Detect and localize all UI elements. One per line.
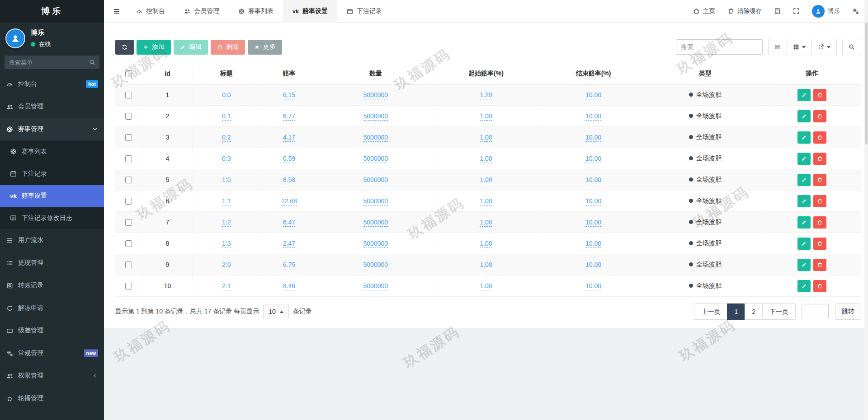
more-button[interactable]: 更多: [248, 40, 282, 55]
cell-start-rate-link[interactable]: 1.00: [480, 261, 492, 269]
row-delete-button[interactable]: [813, 131, 826, 144]
search-button[interactable]: [842, 39, 861, 55]
cell-end-rate-link[interactable]: 10.00: [585, 261, 601, 269]
sidebar-item[interactable]: 用户流水: [0, 229, 104, 252]
cell-end-rate-link[interactable]: 10.00: [585, 176, 601, 184]
cell-quantity-link[interactable]: 5000000: [363, 240, 388, 248]
cell-quantity-link[interactable]: 5000000: [363, 219, 388, 227]
cell-odds-link[interactable]: 6.77: [283, 112, 295, 121]
columns-button[interactable]: [787, 39, 812, 55]
sidebar-item[interactable]: 轮播管理: [0, 387, 104, 410]
cell-odds-link[interactable]: 12.68: [281, 197, 297, 205]
cell-title-link[interactable]: 2:1: [222, 282, 231, 290]
row-checkbox[interactable]: [125, 155, 132, 162]
row-checkbox[interactable]: [125, 134, 132, 141]
jump-button[interactable]: 跳转: [835, 303, 861, 320]
row-edit-button[interactable]: [797, 216, 811, 229]
cell-end-rate-link[interactable]: 10.00: [585, 91, 601, 99]
row-edit-button[interactable]: [797, 238, 811, 250]
cell-quantity-link[interactable]: 5000000: [363, 134, 388, 142]
nav-settings[interactable]: [852, 8, 859, 14]
prev-page-button[interactable]: 上一页: [694, 303, 727, 320]
nav-clear-cache[interactable]: 清除缓存: [727, 7, 762, 15]
cell-end-rate-link[interactable]: 10.00: [585, 134, 601, 142]
menu-toggle-button[interactable]: [107, 8, 127, 15]
cell-quantity-link[interactable]: 5000000: [363, 261, 388, 269]
sidebar-item[interactable]: 会员管理: [0, 95, 104, 118]
cell-title-link[interactable]: 0:3: [222, 155, 231, 163]
row-checkbox[interactable]: [125, 240, 132, 247]
cell-start-rate-link[interactable]: 1.00: [480, 176, 492, 184]
cell-quantity-link[interactable]: 5000000: [363, 91, 388, 99]
cell-title-link[interactable]: 0:1: [222, 112, 231, 121]
select-all-checkbox[interactable]: [125, 70, 132, 77]
detail-view-button[interactable]: [768, 39, 787, 55]
jump-page-input[interactable]: [802, 304, 829, 319]
row-delete-button[interactable]: [813, 153, 826, 165]
row-checkbox[interactable]: [125, 113, 132, 120]
add-button[interactable]: 添加: [137, 40, 171, 55]
row-delete-button[interactable]: [813, 238, 826, 250]
nav-tab-2[interactable]: 会员管理: [175, 0, 229, 23]
cell-start-rate-link[interactable]: 1.00: [480, 240, 492, 248]
cell-title-link[interactable]: 2:0: [222, 261, 231, 269]
cell-quantity-link[interactable]: 5000000: [363, 112, 388, 121]
nav-tab-5[interactable]: 下注记录: [337, 0, 392, 23]
row-edit-button[interactable]: [797, 89, 811, 101]
cell-start-rate-link[interactable]: 1.20: [480, 91, 492, 99]
row-delete-button[interactable]: [813, 89, 826, 101]
cell-odds-link[interactable]: 0.59: [283, 155, 295, 163]
sidebar-item[interactable]: 常规管理new: [0, 342, 104, 364]
cell-start-rate-link[interactable]: 1.00: [480, 134, 492, 142]
cell-end-rate-link[interactable]: 10.00: [585, 219, 601, 227]
sidebar-subitem[interactable]: 赛事列表: [0, 140, 104, 163]
cell-end-rate-link[interactable]: 10.00: [585, 282, 601, 290]
cell-start-rate-link[interactable]: 1.00: [480, 282, 492, 290]
row-edit-button[interactable]: [797, 153, 811, 165]
sidebar-item[interactable]: 控制台hot: [0, 73, 104, 95]
nav-tab-1[interactable]: 控制台: [127, 0, 175, 23]
row-checkbox[interactable]: [125, 219, 132, 226]
cell-title-link[interactable]: 0:0: [222, 91, 231, 99]
nav-home[interactable]: 主页: [693, 7, 715, 15]
row-edit-button[interactable]: [797, 131, 811, 144]
cell-end-rate-link[interactable]: 10.00: [585, 155, 601, 163]
next-page-button[interactable]: 下一页: [762, 303, 796, 320]
delete-button[interactable]: 删除: [211, 40, 245, 55]
cell-odds-link[interactable]: 6.15: [283, 91, 295, 99]
sidebar-item[interactable]: 赛事管理: [0, 118, 104, 140]
page-size-dropdown[interactable]: 10: [263, 304, 289, 319]
page-button-2[interactable]: 2: [745, 303, 763, 320]
nav-tab-4[interactable]: 赔率设置: [283, 0, 337, 23]
cell-quantity-link[interactable]: 5000000: [363, 176, 388, 184]
row-edit-button[interactable]: [797, 259, 811, 271]
row-checkbox[interactable]: [125, 283, 132, 289]
cell-quantity-link[interactable]: 5000000: [363, 155, 388, 163]
cell-start-rate-link[interactable]: 1.00: [480, 219, 492, 227]
cell-odds-link[interactable]: 6.75: [283, 261, 295, 269]
row-delete-button[interactable]: [813, 195, 826, 207]
row-delete-button[interactable]: [813, 110, 826, 122]
cell-odds-link[interactable]: 4.17: [283, 134, 295, 142]
cell-end-rate-link[interactable]: 10.00: [585, 240, 601, 248]
sidebar-item[interactable]: 权限管理: [0, 364, 104, 387]
row-checkbox[interactable]: [125, 92, 132, 98]
row-edit-button[interactable]: [797, 195, 811, 207]
row-delete-button[interactable]: [813, 216, 826, 229]
row-edit-button[interactable]: [797, 110, 811, 122]
scrollbar-thumb[interactable]: [865, 23, 868, 145]
row-checkbox[interactable]: [125, 177, 132, 183]
row-edit-button[interactable]: [797, 174, 811, 186]
cell-end-rate-link[interactable]: 10.00: [585, 112, 601, 121]
cell-title-link[interactable]: 1:0: [222, 176, 231, 184]
cell-title-link[interactable]: 1:1: [222, 197, 231, 205]
row-checkbox[interactable]: [125, 198, 132, 205]
cell-end-rate-link[interactable]: 10.00: [585, 197, 601, 205]
sidebar-search-input[interactable]: [5, 56, 99, 69]
sidebar-subitem[interactable]: 赔率设置: [0, 185, 104, 207]
row-edit-button[interactable]: [797, 280, 811, 292]
nav-tab-3[interactable]: 赛事列表: [229, 0, 283, 23]
cell-title-link[interactable]: 1:2: [222, 219, 231, 227]
cell-quantity-link[interactable]: 5000000: [363, 282, 388, 290]
sidebar-item[interactable]: 级差管理: [0, 319, 104, 342]
